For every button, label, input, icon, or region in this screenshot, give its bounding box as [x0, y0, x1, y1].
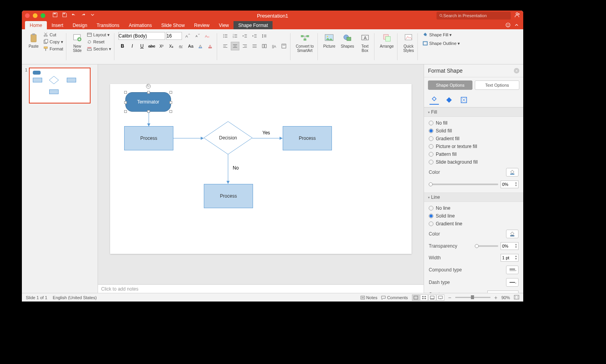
text-options-tab[interactable]: Text Options	[475, 80, 519, 90]
search-box[interactable]	[437, 12, 511, 20]
share-icon[interactable]	[514, 12, 520, 20]
strike-icon[interactable]: abc	[148, 42, 156, 50]
fill-picture-radio[interactable]: Picture or texture fill	[429, 143, 519, 150]
redo-icon[interactable]	[80, 12, 86, 19]
slideshow-view-icon[interactable]	[437, 294, 444, 301]
copy-button[interactable]: Copy ▾	[42, 39, 64, 45]
paste-button[interactable]: Paste	[27, 32, 41, 52]
underline-icon[interactable]: U	[138, 42, 146, 50]
tab-insert[interactable]: Insert	[47, 21, 68, 29]
compound-type-combo[interactable]	[506, 266, 519, 274]
tab-review[interactable]: Review	[189, 21, 214, 29]
search-input[interactable]	[443, 13, 508, 18]
fill-no-fill-radio[interactable]: No fill	[429, 119, 519, 127]
fill-gradient-radio[interactable]: Gradient fill	[429, 135, 519, 143]
rotate-handle-icon[interactable]	[146, 84, 151, 89]
fill-line-icon[interactable]	[430, 95, 439, 105]
notes-pane[interactable]: Click to add notes	[98, 284, 424, 293]
shapes-button[interactable]: Shapes	[339, 32, 356, 54]
align-right-icon[interactable]	[241, 42, 249, 50]
superscript-icon[interactable]: X²	[157, 42, 166, 50]
effects-icon[interactable]	[444, 95, 454, 105]
font-name-select[interactable]	[118, 32, 165, 40]
line-transparency-spin[interactable]: 0%▲▼	[501, 242, 519, 250]
fill-solid-radio[interactable]: Solid fill	[429, 127, 519, 135]
line-transparency-slider[interactable]	[475, 245, 498, 247]
arrange-button[interactable]: Arrange	[378, 32, 396, 49]
line-spacing-icon[interactable]	[260, 32, 269, 40]
cut-button[interactable]: Cut	[42, 32, 64, 38]
close-pane-icon[interactable]: ×	[514, 68, 519, 73]
undo-icon[interactable]	[71, 12, 77, 19]
connector-arrow[interactable]	[147, 112, 150, 127]
font-size-select[interactable]	[166, 32, 182, 40]
comments-toggle[interactable]: Comments	[381, 295, 408, 300]
numbering-icon[interactable]: 123	[231, 32, 239, 40]
shape-options-tab[interactable]: Shape Options	[428, 80, 472, 90]
convert-smartart-button[interactable]: Convert to SmartArt	[294, 32, 315, 54]
normal-view-icon[interactable]	[412, 294, 420, 301]
justify-icon[interactable]	[250, 42, 259, 50]
picture-button[interactable]: Picture	[322, 32, 337, 54]
tab-animations[interactable]: Animations	[124, 21, 157, 29]
zoom-out-button[interactable]: −	[448, 294, 451, 301]
shape-fill-button[interactable]: Shape Fill ▾	[422, 32, 461, 38]
section-button[interactable]: Section ▾	[86, 46, 112, 52]
line-solid-radio[interactable]: Solid line	[429, 212, 519, 220]
fill-transparency-slider[interactable]	[429, 184, 498, 185]
autosave-icon[interactable]	[52, 12, 58, 19]
connector-arrow[interactable]	[173, 137, 204, 140]
shape-process-3[interactable]: Process	[204, 184, 253, 208]
shape-decision[interactable]: Decision	[204, 121, 252, 154]
line-gradient-radio[interactable]: Gradient line	[429, 220, 519, 228]
reading-view-icon[interactable]	[428, 294, 436, 301]
cap-type-combo[interactable]: Flat	[487, 291, 519, 293]
fill-section-header[interactable]: Fill	[424, 107, 523, 117]
text-direction-icon[interactable]: ||A	[270, 42, 278, 50]
tab-slideshow[interactable]: Slide Show	[157, 21, 189, 29]
maximize-window-button[interactable]	[41, 13, 45, 18]
line-width-spin[interactable]: 1 pt▲▼	[501, 254, 519, 262]
line-none-radio[interactable]: No line	[429, 204, 519, 212]
increase-indent-icon[interactable]	[250, 32, 259, 40]
dash-type-combo[interactable]	[506, 278, 519, 287]
bullets-icon[interactable]	[221, 32, 230, 40]
tab-home[interactable]: Home	[25, 21, 47, 29]
text-box-button[interactable]: AText Box	[358, 32, 372, 54]
size-properties-icon[interactable]	[459, 95, 469, 105]
grow-font-icon[interactable]: A	[183, 32, 192, 40]
align-left-icon[interactable]	[221, 42, 230, 50]
shrink-font-icon[interactable]: A	[193, 32, 201, 40]
qat-customize-icon[interactable]	[90, 12, 95, 19]
close-window-button[interactable]	[25, 13, 30, 18]
align-center-icon[interactable]	[231, 42, 239, 50]
slide-canvas[interactable]: Terminator Process Decisi	[110, 84, 412, 254]
tab-view[interactable]: View	[214, 21, 233, 29]
subscript-icon[interactable]: X₂	[167, 42, 176, 50]
fill-color-button[interactable]	[506, 168, 519, 177]
format-painter-button[interactable]: Format	[42, 46, 64, 52]
bold-icon[interactable]: B	[118, 42, 127, 50]
tab-transitions[interactable]: Transitions	[92, 21, 124, 29]
sorter-view-icon[interactable]	[420, 294, 428, 301]
layout-button[interactable]: Layout ▾	[86, 32, 112, 38]
new-slide-button[interactable]: New Slide	[70, 32, 84, 54]
fill-transparency-spin[interactable]: 0%▲▼	[501, 180, 519, 188]
align-text-icon[interactable]	[280, 42, 288, 50]
italic-icon[interactable]: I	[128, 42, 137, 50]
tab-design[interactable]: Design	[68, 21, 92, 29]
columns-icon[interactable]	[260, 42, 269, 50]
feedback-icon[interactable]	[505, 22, 511, 29]
clear-format-icon[interactable]: A	[203, 32, 211, 40]
slide-thumbnail-1[interactable]	[29, 68, 91, 103]
quick-styles-button[interactable]: Quick Styles	[401, 32, 415, 54]
collapse-ribbon-icon[interactable]	[514, 22, 519, 29]
shape-process-2[interactable]: Process	[283, 126, 332, 150]
zoom-slider[interactable]	[455, 297, 490, 298]
reset-button[interactable]: Reset	[86, 39, 112, 45]
connector-arrow[interactable]	[252, 137, 283, 140]
fill-slidebg-radio[interactable]: Slide background fill	[429, 158, 519, 166]
decrease-indent-icon[interactable]	[241, 32, 249, 40]
tab-shape-format[interactable]: Shape Format	[233, 21, 273, 29]
font-color-icon[interactable]: A	[206, 42, 215, 50]
